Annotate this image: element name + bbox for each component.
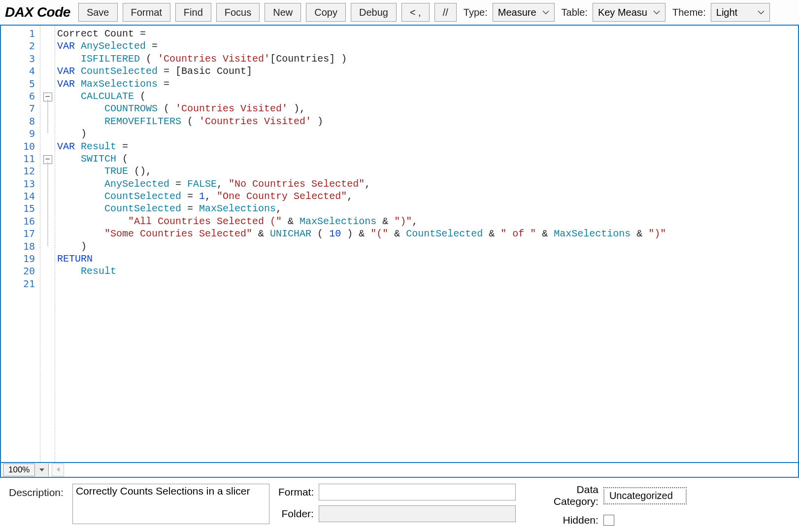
line-number: 17 <box>1 228 40 240</box>
line-number: 12 <box>1 165 40 177</box>
code-line[interactable]: VAR CountSelected = [Basic Count] <box>55 65 798 77</box>
code-line[interactable]: AnySelected = FALSE, "No Countries Selec… <box>55 178 798 190</box>
code-line[interactable]: TRUE (), <box>55 165 798 177</box>
line-number: 1 <box>1 28 40 40</box>
theme-label: Theme: <box>672 7 706 18</box>
chevron-down-icon <box>653 10 660 15</box>
comment-button[interactable]: // <box>434 3 457 22</box>
code-line[interactable]: CountSelected = 1, "One Country Selected… <box>55 190 798 202</box>
line-number: 20 <box>1 265 40 277</box>
code-line[interactable]: "Some Countries Selected" & UNICHAR ( 10… <box>55 228 798 240</box>
debug-button[interactable]: Debug <box>351 3 397 22</box>
code-line[interactable]: RETURN <box>55 253 798 265</box>
line-number: 4 <box>1 65 40 77</box>
triangle-down-icon <box>39 466 45 474</box>
code-line[interactable]: Correct Count = <box>55 28 798 40</box>
theme-value: Light <box>716 7 737 18</box>
find-button[interactable]: Find <box>175 3 211 22</box>
line-number: 13 <box>1 178 40 190</box>
hidden-label: Hidden: <box>530 514 599 526</box>
fold-gutter: −− <box>40 26 55 462</box>
app-title: DAX Code <box>4 4 73 20</box>
chevron-down-icon <box>758 10 765 15</box>
focus-button[interactable]: Focus <box>216 3 260 22</box>
save-button[interactable]: Save <box>78 3 118 22</box>
zoom-dropdown-button[interactable] <box>34 464 48 476</box>
line-number: 15 <box>1 202 40 215</box>
type-select[interactable]: Measure <box>493 3 555 22</box>
format-button[interactable]: Format <box>123 3 170 22</box>
code-line[interactable]: Result <box>55 265 798 277</box>
code-line[interactable]: VAR MaxSelections = <box>55 78 798 90</box>
code-line[interactable]: CountSelected = MaxSelections, <box>55 202 798 215</box>
data-category-label: Data Category: <box>530 484 599 507</box>
code-line[interactable]: ISFILTERED ( 'Countries Visited'[Countri… <box>55 53 798 65</box>
code-line[interactable] <box>55 278 798 290</box>
line-number: 18 <box>1 240 40 253</box>
toolbar: DAX Code Save Format Find Focus New Copy… <box>0 0 799 26</box>
table-label: Table: <box>562 7 588 18</box>
line-number: 6 <box>1 90 40 102</box>
code-line[interactable]: SWITCH ( <box>55 153 798 165</box>
theme-select[interactable]: Light <box>711 3 770 22</box>
description-label: Description: <box>9 484 64 499</box>
status-bar: 100% <box>0 462 799 478</box>
code-editor[interactable]: 123456789101112131415161718192021 −− Cor… <box>0 26 799 462</box>
line-number: 2 <box>1 40 40 52</box>
line-number: 9 <box>1 128 40 140</box>
code-line[interactable]: VAR Result = <box>55 140 798 153</box>
description-input[interactable] <box>72 484 269 524</box>
line-number: 11 <box>1 153 40 165</box>
hidden-checkbox[interactable] <box>603 515 614 526</box>
type-label: Type: <box>464 7 488 18</box>
new-button[interactable]: New <box>265 3 301 22</box>
line-number: 7 <box>1 102 40 115</box>
code-line[interactable]: CALCULATE ( <box>55 90 798 102</box>
comma-button[interactable]: < , <box>401 3 430 22</box>
zoom-value: 100% <box>3 465 34 475</box>
triangle-left-icon <box>56 466 61 474</box>
code-area[interactable]: Correct Count =VAR AnySelected = ISFILTE… <box>55 26 798 462</box>
table-select[interactable]: Key Measu <box>593 3 666 22</box>
line-number: 10 <box>1 140 40 153</box>
line-number-gutter: 123456789101112131415161718192021 <box>1 26 40 462</box>
table-value: Key Measu <box>598 7 647 18</box>
line-number: 5 <box>1 78 40 90</box>
code-line[interactable]: ) <box>55 128 798 140</box>
line-number: 16 <box>1 215 40 228</box>
folder-input[interactable] <box>319 505 516 522</box>
code-line[interactable]: REMOVEFILTERS ( 'Countries Visited' ) <box>55 115 798 128</box>
format-label: Format: <box>278 486 314 498</box>
data-category-select[interactable]: Uncategorized <box>603 487 687 504</box>
folder-label: Folder: <box>278 508 314 520</box>
code-line[interactable]: "All Countries Selected (" & MaxSelectio… <box>55 215 798 228</box>
line-number: 8 <box>1 115 40 128</box>
zoom-control[interactable]: 100% <box>3 464 49 476</box>
code-line[interactable]: VAR AnySelected = <box>55 40 798 52</box>
code-line[interactable]: ) <box>55 240 798 253</box>
line-number: 3 <box>1 53 40 65</box>
scroll-left-button[interactable] <box>52 464 64 476</box>
properties-panel: Description: Format: Folder: Data Catego… <box>0 478 799 532</box>
type-value: Measure <box>498 7 536 18</box>
copy-button[interactable]: Copy <box>306 3 346 22</box>
line-number: 14 <box>1 190 40 202</box>
line-number: 21 <box>1 278 40 290</box>
format-input[interactable] <box>319 484 516 500</box>
line-number: 19 <box>1 253 40 265</box>
chevron-down-icon <box>542 10 549 15</box>
code-line[interactable]: COUNTROWS ( 'Countries Visited' ), <box>55 102 798 115</box>
